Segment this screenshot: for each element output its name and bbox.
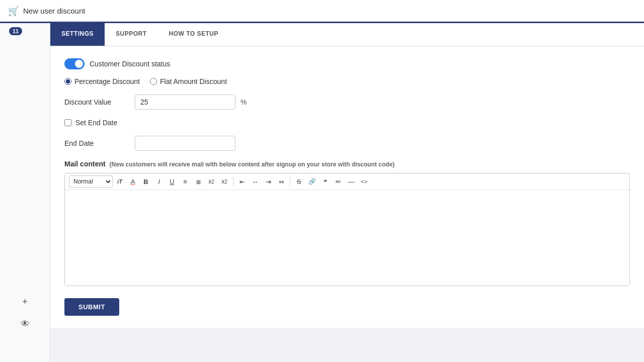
underline-button[interactable]: U	[166, 175, 178, 188]
discount-type-row: Percentage Discount Flat Amount Discount	[64, 77, 630, 85]
flat-amount-label: Flat Amount Discount	[160, 77, 227, 85]
sidebar-add-button[interactable]: +	[17, 294, 33, 310]
link-button[interactable]: 🔗	[306, 175, 318, 188]
percentage-discount-radio[interactable]	[64, 78, 71, 85]
settings-panel: Customer Discount status Percentage Disc…	[50, 46, 644, 328]
submit-button[interactable]: SUBMIT	[64, 298, 119, 316]
set-end-date-checkbox[interactable]	[64, 119, 71, 126]
discount-value-label: Discount Value	[64, 98, 130, 106]
tab-support[interactable]: SUPPORT	[105, 23, 158, 46]
editor-toolbar: Normal Heading 1 Heading 2 Heading 3 Par…	[65, 173, 629, 190]
unordered-list-button[interactable]: ≣	[192, 175, 204, 188]
subscript-button[interactable]: x2	[205, 175, 217, 188]
source-button[interactable]: <>	[358, 175, 370, 188]
tab-how-to-setup[interactable]: HOW TO SETUP	[158, 23, 229, 46]
align-left-button[interactable]: ⇤	[236, 175, 248, 188]
strikethrough-button[interactable]: S	[293, 175, 305, 188]
bold-button[interactable]: B	[140, 175, 152, 188]
main-content: SETTINGS SUPPORT HOW TO SETUP Customer D…	[50, 23, 644, 328]
mail-editor: Normal Heading 1 Heading 2 Heading 3 Par…	[64, 173, 630, 286]
end-date-input[interactable]	[135, 136, 235, 151]
tab-settings[interactable]: SETTINGS	[50, 23, 105, 46]
eye-icon: 👁	[21, 319, 30, 328]
align-right-button[interactable]: ⇥	[262, 175, 274, 188]
blockquote-button[interactable]: ❝	[319, 175, 331, 188]
set-end-date-label[interactable]: Set End Date	[75, 119, 117, 127]
mail-content-label-text: Mail content	[64, 160, 106, 168]
page-title: 🛒 New user discount	[8, 6, 85, 17]
format-select[interactable]: Normal Heading 1 Heading 2 Heading 3 Par…	[69, 175, 113, 188]
font-color-button[interactable]: A	[127, 175, 139, 188]
toggle-label: Customer Discount status	[90, 60, 170, 68]
cart-icon: 🛒	[8, 6, 19, 17]
sidebar-actions: + 👁	[0, 294, 50, 328]
flat-amount-radio[interactable]	[150, 78, 157, 85]
toolbar-separator-2	[290, 177, 290, 186]
sidebar-view-button[interactable]: 👁	[17, 316, 33, 328]
top-bar: 🛒 New user discount	[0, 0, 644, 23]
sidebar-badge: 11	[9, 27, 22, 35]
discount-value-row: Discount Value %	[64, 95, 630, 110]
sidebar: 11 + 👁	[0, 23, 50, 328]
hr-button[interactable]: —	[345, 175, 357, 188]
discount-value-input[interactable]	[135, 95, 235, 110]
plus-icon: +	[22, 297, 28, 307]
mail-content-note: (New customers will receive mail with be…	[110, 161, 395, 168]
toggle-row: Customer Discount status	[64, 58, 630, 69]
align-center-button[interactable]: ↔	[249, 175, 261, 188]
discount-unit: %	[240, 98, 247, 106]
align-justify-button[interactable]: ⇔	[275, 175, 287, 188]
mail-content-header: Mail content (New customers will receive…	[64, 160, 630, 168]
ordered-list-button[interactable]: ≡	[179, 175, 191, 188]
end-date-label: End Date	[64, 139, 130, 147]
editor-body[interactable]	[65, 190, 629, 286]
flat-amount-option[interactable]: Flat Amount Discount	[150, 77, 227, 85]
page-title-text: New user discount	[23, 7, 85, 15]
discount-status-toggle[interactable]	[64, 58, 85, 69]
clear-format-button[interactable]: ✏	[332, 175, 344, 188]
font-size-button[interactable]: iT	[114, 175, 126, 188]
percentage-discount-option[interactable]: Percentage Discount	[64, 77, 140, 85]
italic-button[interactable]: I	[153, 175, 165, 188]
superscript-button[interactable]: x2	[218, 175, 230, 188]
tabs-bar: SETTINGS SUPPORT HOW TO SETUP	[50, 23, 644, 46]
toggle-slider	[64, 58, 85, 69]
percentage-discount-label: Percentage Discount	[74, 77, 140, 85]
toolbar-separator-1	[233, 177, 233, 186]
end-date-row: End Date	[64, 136, 630, 151]
set-end-date-row: Set End Date	[64, 119, 630, 127]
